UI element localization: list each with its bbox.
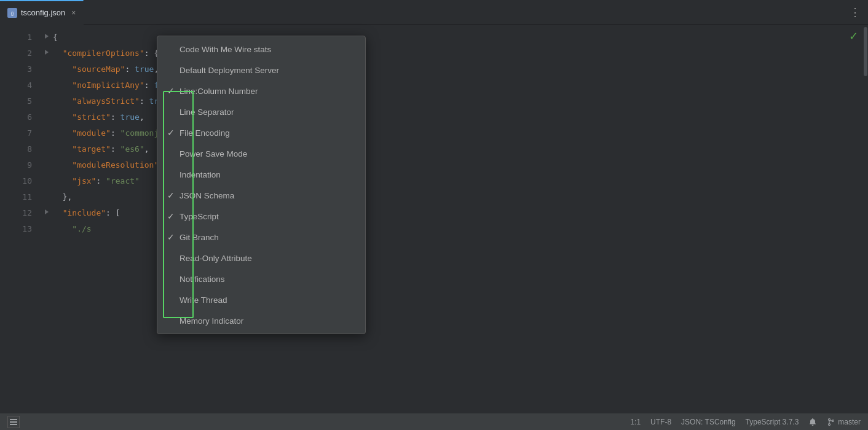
menu-label-memory-indicator: Memory Indicator <box>180 316 355 326</box>
status-position[interactable]: 1:1 <box>630 418 641 426</box>
menu-check-git-branch: ✓ <box>167 232 180 242</box>
menu-label-write-thread: Write Thread <box>180 295 355 305</box>
status-git-branch[interactable]: master <box>827 418 861 426</box>
svg-point-9 <box>829 423 831 425</box>
context-menu: Code With Me Wire statsDefault Deploymen… <box>157 36 366 334</box>
fold-icon[interactable] <box>42 112 52 122</box>
status-language[interactable]: TypeScript 3.7.3 <box>746 418 799 426</box>
menu-check-line-column: ✓ <box>167 86 180 96</box>
menu-label-notifications: Notifications <box>180 275 355 284</box>
menu-label-read-only: Read-Only Attribute <box>180 254 355 263</box>
menu-item-write-thread[interactable]: Write Thread <box>157 289 365 310</box>
svg-text:{}: {} <box>11 11 14 16</box>
editor-container: 12345678910111213 { "compilerOptions": {… <box>0 25 868 413</box>
status-bar: 1:1 UTF-8 JSON: TSConfig TypeScript 3.7.… <box>0 413 868 430</box>
svg-marker-3 <box>45 50 49 55</box>
menu-check-typescript: ✓ <box>167 211 180 221</box>
menu-label-indentation: Indentation <box>180 170 355 179</box>
fold-icon[interactable] <box>42 160 52 170</box>
svg-rect-5 <box>10 419 17 420</box>
fold-icon[interactable] <box>42 33 52 42</box>
fold-icon[interactable] <box>42 144 52 154</box>
menu-check-file-encoding: ✓ <box>167 128 180 138</box>
menu-item-line-column[interactable]: ✓Line:Column Number <box>157 80 365 101</box>
menu-label-default-deployment: Default Deployment Server <box>180 66 355 75</box>
menu-label-line-column: Line:Column Number <box>180 87 355 96</box>
menu-item-power-save-mode[interactable]: Power Save Mode <box>157 143 365 164</box>
fold-icon[interactable] <box>42 176 52 186</box>
panel-toggle-icon[interactable] <box>7 416 20 428</box>
menu-item-code-with-me[interactable]: Code With Me Wire stats <box>157 39 365 60</box>
editor-checkmark-icon: ✓ <box>849 29 858 43</box>
line-number-gutter: 12345678910111213 <box>0 25 37 413</box>
scrollbar-thumb[interactable] <box>864 27 867 76</box>
status-notifications[interactable] <box>808 418 817 426</box>
menu-label-typescript: TypeScript <box>180 212 355 221</box>
tab-close-icon[interactable]: × <box>71 9 76 17</box>
bell-icon <box>808 418 817 426</box>
menu-label-json-schema: JSON Schema <box>180 191 355 200</box>
menu-label-line-separator: Line Separator <box>180 108 355 117</box>
fold-icon[interactable] <box>42 64 52 74</box>
menu-item-default-deployment[interactable]: Default Deployment Server <box>157 60 365 80</box>
fold-icon[interactable] <box>42 80 52 90</box>
menu-label-power-save-mode: Power Save Mode <box>180 149 355 158</box>
tab-bar: {} tsconfig.json × ⋮ <box>0 0 868 25</box>
active-tab[interactable]: {} tsconfig.json × <box>0 0 84 25</box>
fold-icon[interactable] <box>42 208 52 218</box>
menu-item-json-schema[interactable]: ✓JSON Schema <box>157 185 365 206</box>
menu-item-memory-indicator[interactable]: Memory Indicator <box>157 310 365 331</box>
fold-icon[interactable] <box>42 192 52 202</box>
status-encoding[interactable]: UTF-8 <box>650 418 671 426</box>
menu-item-git-branch[interactable]: ✓Git Branch <box>157 227 365 248</box>
svg-marker-4 <box>45 209 49 214</box>
tab-more-button[interactable]: ⋮ <box>850 6 861 19</box>
menu-item-indentation[interactable]: Indentation <box>157 164 365 185</box>
menu-label-git-branch: Git Branch <box>180 233 355 242</box>
fold-icon[interactable] <box>42 128 52 138</box>
menu-check-json-schema: ✓ <box>167 190 180 200</box>
scrollbar[interactable] <box>863 25 868 413</box>
svg-point-8 <box>829 418 831 420</box>
menu-item-notifications[interactable]: Notifications <box>157 268 365 289</box>
menu-item-line-separator[interactable]: Line Separator <box>157 101 365 122</box>
menu-item-file-encoding[interactable]: ✓File Encoding <box>157 122 365 143</box>
fold-icon[interactable] <box>42 49 52 58</box>
svg-marker-2 <box>45 34 49 39</box>
fold-icon[interactable] <box>42 224 52 234</box>
menu-label-file-encoding: File Encoding <box>180 128 355 138</box>
svg-rect-7 <box>10 424 17 425</box>
svg-rect-6 <box>10 421 17 423</box>
status-schema[interactable]: JSON: TSConfig <box>681 418 735 426</box>
menu-item-typescript[interactable]: ✓TypeScript <box>157 206 365 227</box>
menu-item-read-only[interactable]: Read-Only Attribute <box>157 248 365 268</box>
git-icon <box>827 418 835 426</box>
menu-label-code-with-me: Code With Me Wire stats <box>180 45 355 54</box>
tab-file-icon: {} <box>7 8 17 18</box>
status-left <box>7 416 20 428</box>
tab-title: tsconfig.json <box>21 8 65 17</box>
status-right: 1:1 UTF-8 JSON: TSConfig TypeScript 3.7.… <box>630 418 861 426</box>
fold-icon[interactable] <box>42 96 52 106</box>
